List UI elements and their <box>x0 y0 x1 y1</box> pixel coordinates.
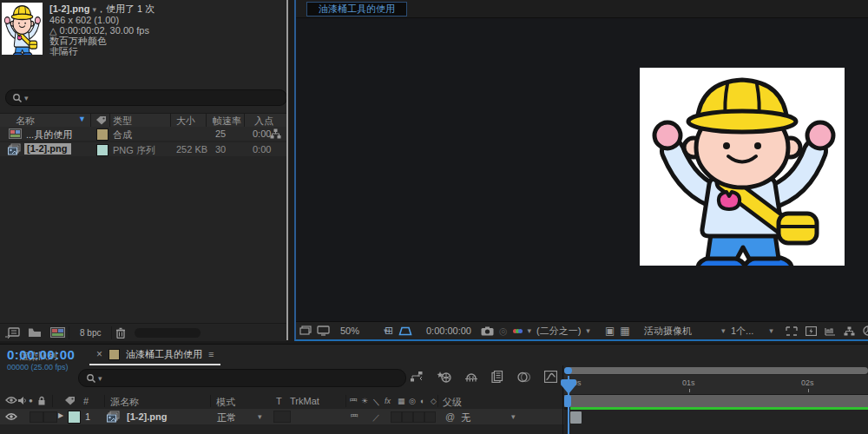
motion-blur-switch-icon[interactable]: ◎ <box>409 397 416 405</box>
region-of-interest-icon[interactable]: ▣ <box>605 325 615 337</box>
panel-splitter[interactable] <box>286 0 288 340</box>
project-row-footage[interactable]: [1-2].png PNG 序列 252 KB 30 0:00 <box>0 142 286 156</box>
label-color-swatch[interactable] <box>96 128 108 141</box>
trash-icon[interactable] <box>115 327 126 339</box>
new-folder-icon[interactable] <box>28 327 42 338</box>
channels-dropdown-icon[interactable]: ▾ <box>528 326 532 335</box>
motion-blur-icon[interactable] <box>517 371 531 383</box>
camera-dropdown-icon[interactable]: ▾ <box>721 326 726 335</box>
view-layout-dropdown-icon[interactable]: ▾ <box>769 326 773 335</box>
composition-tab[interactable]: 油漆桶工具的使用 <box>306 2 407 16</box>
switch-cell[interactable] <box>391 411 402 423</box>
magnification-value[interactable]: 50% <box>340 326 359 336</box>
time-navigator-bar[interactable] <box>564 367 868 374</box>
shy-layers-icon[interactable] <box>464 371 478 383</box>
monitor-icon[interactable] <box>317 326 330 336</box>
layer-duration-bar[interactable] <box>569 411 582 424</box>
composition-viewport[interactable] <box>296 18 868 321</box>
column-divider[interactable] <box>109 114 110 127</box>
parent-dropdown-icon[interactable]: ▾ <box>511 412 516 421</box>
tab-composition-active[interactable]: × 油漆桶工具的使用 ≡ <box>89 345 220 365</box>
viewer-timecode[interactable]: 0:00:00:00 <box>426 326 471 336</box>
resolution-dropdown-icon[interactable]: ▾ <box>586 326 590 335</box>
transparency-grid-icon[interactable]: ▦ <box>620 325 629 337</box>
adjustment-switch-icon[interactable]: ◐ <box>420 397 424 405</box>
scrollbar-track[interactable] <box>135 328 201 338</box>
layer-label-swatch[interactable] <box>68 411 81 424</box>
lock-icon[interactable] <box>37 396 46 405</box>
label-color-swatch[interactable] <box>96 144 108 156</box>
column-divider[interactable] <box>90 114 91 127</box>
collapse-switch-icon[interactable]: ☀ <box>361 397 368 405</box>
column-name[interactable]: 名称 <box>16 115 35 128</box>
audio-icon[interactable] <box>17 396 27 405</box>
project-row-composition[interactable]: ...具的使用 合成 25 0:00 <box>0 127 286 141</box>
close-icon[interactable]: × <box>96 348 102 360</box>
column-divider[interactable] <box>244 114 245 127</box>
column-mode[interactable]: 模式 <box>216 396 235 409</box>
pixel-aspect-icon[interactable] <box>786 326 798 336</box>
search-options-icon[interactable]: ▾ <box>24 94 29 102</box>
column-source-name[interactable]: 源名称 <box>110 396 139 409</box>
layer-name[interactable]: [1-2].png <box>127 411 167 422</box>
label-column-icon[interactable] <box>95 115 107 125</box>
layer-number-column-icon[interactable]: # <box>83 396 89 406</box>
column-divider[interactable] <box>170 114 171 127</box>
column-t[interactable]: T <box>276 396 282 406</box>
show-snapshot-icon[interactable]: ◎ <box>499 326 508 337</box>
view-layout-value[interactable]: 1个... <box>731 325 753 338</box>
column-parent[interactable]: 父级 <box>443 396 462 409</box>
column-divider[interactable] <box>206 114 207 127</box>
exposure-icon[interactable] <box>863 326 868 336</box>
expand-arrow-icon[interactable]: ▶ <box>58 411 63 419</box>
frame-blending-icon[interactable] <box>491 371 504 383</box>
flowchart-button-icon[interactable] <box>844 326 855 336</box>
layer-parent-value[interactable]: 无 <box>461 411 470 424</box>
layer-mode-value[interactable]: 正常 <box>217 411 236 424</box>
time-ruler[interactable]: 0s 01s 02s <box>564 375 868 395</box>
pick-whip-icon[interactable]: @ <box>445 411 455 422</box>
resolution-value[interactable]: (二分之一) <box>536 325 581 338</box>
trkmat-cell[interactable] <box>273 411 291 423</box>
new-composition-icon[interactable] <box>50 327 65 338</box>
fast-previews-icon[interactable] <box>806 326 817 336</box>
layer-quality-icon[interactable]: 罒 <box>351 412 358 424</box>
frame-blend-switch-icon[interactable]: ▦ <box>398 397 405 405</box>
video-eye-icon[interactable] <box>5 396 17 404</box>
layer-row[interactable]: ▶ 1 [1-2].png 正常 ▾ 罒 ／ @ 无 ▾ <box>0 409 564 424</box>
navigator-start-handle[interactable] <box>564 367 572 374</box>
label-column-icon[interactable] <box>64 396 76 405</box>
audio-cell[interactable] <box>30 411 43 423</box>
column-trkmat[interactable]: TrkMat <box>290 396 319 406</box>
timeline-button-icon[interactable] <box>825 326 836 336</box>
cube-3d-switch-icon[interactable]: ◇ <box>431 397 437 405</box>
draft-3d-icon[interactable] <box>437 371 451 383</box>
switch-cell[interactable] <box>402 411 413 423</box>
layer-video-eye-icon[interactable] <box>5 412 17 421</box>
current-timecode[interactable]: 0:00:00:00 <box>7 347 75 362</box>
fx-switch-icon[interactable]: fx <box>385 397 391 405</box>
always-preview-icon[interactable] <box>299 326 312 336</box>
quality-switch-icon[interactable]: ＼ <box>372 397 380 408</box>
sort-descending-icon[interactable]: ▼ <box>78 115 86 123</box>
mode-dropdown-icon[interactable]: ▾ <box>258 412 262 421</box>
solo-cell[interactable] <box>43 411 57 423</box>
grid-guides-icon[interactable]: ⊞ <box>385 325 393 337</box>
layer-rasterize-icon[interactable]: ／ <box>372 412 380 424</box>
snapshot-camera-icon[interactable] <box>481 326 494 336</box>
solo-icon[interactable]: ● <box>29 397 33 404</box>
column-size[interactable]: 大小 <box>176 115 195 128</box>
shy-switch-icon[interactable]: 罒 <box>350 397 358 408</box>
project-search-input[interactable]: ▾ <box>5 89 287 106</box>
interpret-footage-icon[interactable] <box>4 327 20 339</box>
timeline-search-input[interactable]: ▾ <box>78 369 406 387</box>
item-name-selected[interactable]: [1-2].png <box>24 143 71 155</box>
camera-view-value[interactable]: 活动摄像机 <box>644 325 692 338</box>
column-type[interactable]: 类型 <box>113 115 132 128</box>
search-options-icon[interactable]: ▾ <box>98 374 102 383</box>
channels-icon[interactable] <box>513 329 523 333</box>
graph-editor-icon[interactable] <box>544 371 557 383</box>
color-depth-button[interactable]: 8 bpc <box>69 326 112 339</box>
mask-visibility-icon[interactable] <box>398 326 412 337</box>
playhead-triangle[interactable] <box>561 385 576 394</box>
